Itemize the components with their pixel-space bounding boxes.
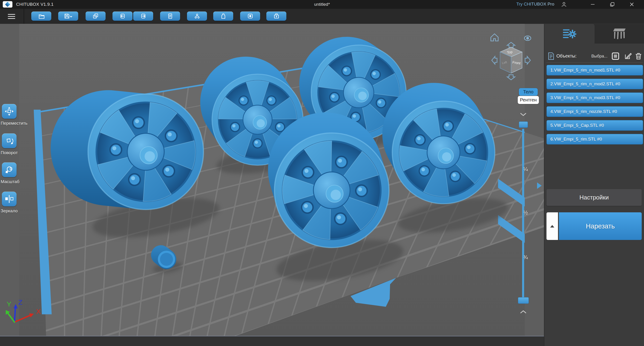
- tab-object-settings[interactable]: [544, 24, 594, 44]
- slider-handle-top[interactable]: [519, 122, 528, 128]
- slice-button[interactable]: Нарезать: [559, 212, 642, 240]
- rotate-up-arrow[interactable]: [507, 42, 515, 48]
- undo-icon: [120, 13, 126, 19]
- rotate-down-arrow[interactable]: [507, 75, 515, 80]
- resin-bottle-icon: [220, 13, 226, 19]
- resin-bottle-button[interactable]: [213, 12, 233, 21]
- viewport-3d[interactable]: Top Front Left Тело Рентген ¼ ½ ¾ X Z Y: [0, 24, 544, 336]
- display-mode-xray[interactable]: Рентген: [518, 96, 539, 104]
- title-bar: CHITUBOX V1.9.1 untitled* Try CHITUBOX P…: [0, 0, 644, 9]
- move-tool-label: Переместить: [1, 121, 40, 126]
- scale-tool-button[interactable]: [2, 162, 16, 177]
- slider-handle-bottom[interactable]: [518, 297, 529, 304]
- slider-fraction-half: ½: [519, 210, 532, 216]
- right-panel: Объекты: Выбра... 1.VW_Empi_5_rim_n_mod1…: [544, 24, 644, 346]
- clone-icon: [93, 13, 99, 19]
- axis-indicator: X Z Y: [4, 296, 47, 331]
- display-mode-body[interactable]: Тело: [519, 88, 538, 96]
- object-list-item[interactable]: 5.VW_Empi_5_Cap.STL #0: [546, 120, 643, 131]
- slider-expand-chevron[interactable]: [520, 310, 527, 314]
- view-cube[interactable]: Top Front Left: [500, 47, 522, 73]
- open-file-button[interactable]: [31, 12, 51, 21]
- tab-support[interactable]: [594, 24, 644, 44]
- scale-tool-label: Масштаб: [1, 179, 40, 184]
- panel-expand-arrow[interactable]: [537, 182, 542, 189]
- rotate-left-arrow[interactable]: [492, 56, 497, 64]
- header-separator: [546, 62, 643, 63]
- project-info-icon: [167, 13, 173, 19]
- build-plate-scene: [0, 24, 544, 336]
- redo-icon: [140, 13, 146, 19]
- network-print-icon: [194, 13, 200, 19]
- axis-label-y: Y: [7, 300, 11, 308]
- move-icon: [4, 106, 14, 116]
- model-rim-1[interactable]: [88, 94, 204, 210]
- objects-document-icon: [548, 52, 554, 60]
- object-list-item[interactable]: 1.VW_Empi_5_rim_n_mod1.STL #0: [546, 65, 643, 76]
- mirror-icon: [4, 194, 14, 204]
- toolbar-separator: [24, 9, 24, 24]
- rotate-icon: [4, 136, 14, 146]
- mirror-tool-label: Зеркало: [1, 208, 40, 214]
- network-print-button[interactable]: [187, 12, 207, 21]
- chitubox-window: CHITUBOX V1.9.1 untitled* Try CHITUBOX P…: [0, 0, 644, 346]
- panel-tabs: [544, 24, 644, 44]
- printer-box-icon: [274, 13, 280, 19]
- up-arrow-icon: [550, 225, 554, 228]
- dig-hole-button[interactable]: [240, 12, 260, 21]
- object-list-item[interactable]: 4.VW_Empi_5_rim_nozzle.STL #0: [546, 106, 643, 117]
- axis-label-z: Z: [18, 298, 22, 306]
- perspective-eye-icon[interactable]: [524, 36, 531, 40]
- clone-button[interactable]: [86, 12, 106, 21]
- rotate-tool-label: Поворот: [1, 150, 40, 155]
- minimize-button[interactable]: [588, 1, 598, 8]
- object-list-item[interactable]: 6.VW_Empi_5_rim.STL #0: [546, 134, 643, 144]
- menu-button[interactable]: [8, 13, 15, 20]
- rotate-right-arrow[interactable]: [525, 56, 530, 64]
- user-account-icon[interactable]: [559, 1, 569, 8]
- try-pro-link[interactable]: Try CHITUBOX Pro: [516, 2, 554, 7]
- object-list-item[interactable]: 3.VW_Empi_5_rim_n_mod3.STL #0: [546, 92, 643, 103]
- home-view-icon[interactable]: [491, 34, 498, 41]
- objects-label: Объекты:: [556, 53, 576, 59]
- select-all-checkbox[interactable]: [612, 52, 620, 60]
- printer-box-button[interactable]: [266, 12, 286, 21]
- selected-label: Выбра...: [591, 54, 608, 59]
- slice-options-button[interactable]: [546, 212, 558, 240]
- delete-trash-icon[interactable]: [634, 52, 642, 60]
- main-toolbar: [0, 9, 644, 24]
- open-file-icon: [38, 13, 44, 19]
- redo-button[interactable]: [133, 12, 153, 21]
- axis-label-x: X: [36, 308, 41, 315]
- model-rim-4[interactable]: [274, 133, 389, 248]
- dig-hole-icon: [247, 13, 253, 19]
- settings-button[interactable]: Настройки: [546, 189, 642, 206]
- rotate-tool-button[interactable]: [2, 134, 16, 148]
- settings-list-icon: [561, 27, 578, 40]
- move-tool-button[interactable]: [2, 104, 16, 119]
- support-structure-icon: [611, 27, 628, 40]
- object-list-item[interactable]: 2.VW_Empi_5_rim_n_mod2.STL #0: [546, 79, 643, 89]
- objects-header: Объекты: Выбра...: [548, 52, 641, 61]
- rename-icon[interactable]: [624, 52, 632, 60]
- slider-collapse-chevron[interactable]: [520, 112, 527, 116]
- mirror-tool-button[interactable]: [2, 192, 16, 206]
- slider-fraction-threequarter: ¾: [519, 254, 532, 261]
- project-info-button[interactable]: [160, 12, 180, 21]
- scale-icon: [4, 165, 14, 174]
- status-strip: [0, 336, 544, 346]
- undo-button[interactable]: [112, 12, 132, 21]
- model-cap[interactable]: [158, 251, 175, 268]
- save-button[interactable]: [58, 12, 78, 21]
- slider-fraction-quarter: ¼: [519, 166, 532, 172]
- close-button[interactable]: [626, 1, 637, 8]
- maximize-button[interactable]: [607, 1, 618, 8]
- save-icon: [64, 13, 73, 19]
